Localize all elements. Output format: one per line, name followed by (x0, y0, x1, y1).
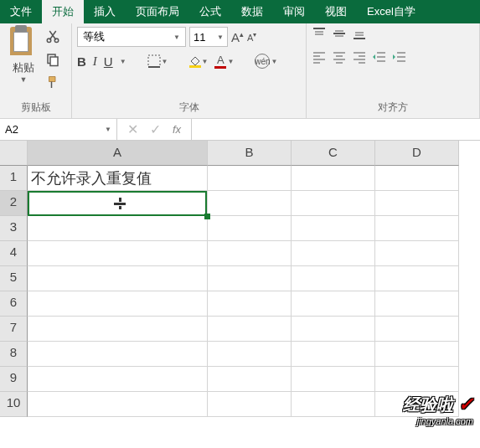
underline-button[interactable]: U (104, 54, 113, 69)
cell-d5[interactable] (375, 266, 459, 291)
cell-c2[interactable] (292, 191, 375, 216)
cell-a8[interactable] (28, 342, 208, 367)
col-header-d[interactable]: D (375, 141, 459, 166)
cell-c9[interactable] (292, 367, 375, 392)
font-size-combo[interactable]: 11 ▼ (189, 27, 228, 47)
cell-b6[interactable] (208, 291, 292, 317)
tab-file[interactable]: 文件 (0, 0, 42, 23)
cell-c10[interactable] (292, 392, 375, 417)
cell-d2[interactable] (375, 191, 459, 216)
row-header-1[interactable]: 1 (0, 166, 28, 191)
tab-page-layout[interactable]: 页面布局 (126, 0, 189, 23)
copy-button[interactable] (45, 52, 60, 70)
col-header-c[interactable]: C (292, 141, 375, 166)
col-header-a[interactable]: A (28, 141, 208, 166)
cell-c6[interactable] (292, 291, 375, 317)
watermark: 经验啦 ✓ jingyanla.com (403, 394, 473, 426)
font-name-combo[interactable]: 等线 ▼ (77, 27, 186, 47)
paste-button[interactable]: 粘贴 ▼ (5, 27, 42, 84)
row-header-7[interactable]: 7 (0, 317, 28, 342)
row-header-2[interactable]: 2 (0, 191, 28, 216)
borders-button[interactable]: ▼ (147, 54, 168, 68)
cell-b5[interactable] (208, 266, 292, 291)
cell-d7[interactable] (375, 317, 459, 342)
format-painter-button[interactable] (45, 75, 60, 94)
paint-bucket-icon (189, 55, 201, 65)
align-middle-button[interactable] (332, 27, 347, 44)
tab-review[interactable]: 审阅 (273, 0, 315, 23)
confirm-icon[interactable]: ✓ (150, 121, 161, 137)
cell-d4[interactable] (375, 241, 459, 266)
decrease-font-button[interactable]: A▾ (247, 31, 256, 43)
align-left-icon (312, 50, 327, 64)
phonetic-button[interactable]: wén ▼ (255, 54, 277, 69)
cell-a1[interactable]: 不允许录入重复值 (28, 166, 208, 191)
cell-d6[interactable] (375, 291, 459, 317)
cell-b7[interactable] (208, 317, 292, 342)
bold-button[interactable]: B (77, 54, 86, 69)
formula-input[interactable] (192, 119, 480, 140)
increase-indent-button[interactable] (392, 50, 407, 67)
cut-button[interactable] (45, 28, 60, 47)
cell-a10[interactable] (28, 392, 208, 417)
cell-b9[interactable] (208, 367, 292, 392)
cell-a6[interactable] (28, 291, 208, 317)
cell-c7[interactable] (292, 317, 375, 342)
tab-insert[interactable]: 插入 (84, 0, 126, 23)
name-box[interactable]: A2 ▼ (0, 119, 117, 140)
cancel-icon[interactable]: ✕ (127, 121, 138, 137)
cell-a7[interactable] (28, 317, 208, 342)
cell-c3[interactable] (292, 216, 375, 241)
align-left-button[interactable] (312, 50, 327, 67)
align-bottom-button[interactable] (352, 27, 367, 44)
cell-b4[interactable] (208, 241, 292, 266)
select-all-corner[interactable] (0, 141, 28, 166)
cell-c5[interactable] (292, 266, 375, 291)
tab-view[interactable]: 视图 (315, 0, 357, 23)
cell-a5[interactable] (28, 266, 208, 291)
align-right-button[interactable] (352, 50, 367, 67)
worksheet-grid: 1 2 3 4 5 6 7 8 9 10 A B C D 不允许录入重复值 (0, 141, 480, 417)
fill-handle[interactable] (204, 214, 210, 219)
decrease-indent-icon (372, 50, 387, 64)
row-header-6[interactable]: 6 (0, 291, 28, 317)
tab-formula[interactable]: 公式 (189, 0, 231, 23)
tab-data[interactable]: 数据 (231, 0, 273, 23)
svg-rect-3 (50, 57, 58, 66)
fill-color-button[interactable]: ▼ (189, 55, 209, 68)
fx-button[interactable]: fx (173, 123, 181, 136)
row-header-9[interactable]: 9 (0, 367, 28, 392)
row-header-8[interactable]: 8 (0, 342, 28, 367)
cell-b3[interactable] (208, 216, 292, 241)
cell-a4[interactable] (28, 241, 208, 266)
row-header-10[interactable]: 10 (0, 392, 28, 417)
cell-d3[interactable] (375, 216, 459, 241)
col-header-b[interactable]: B (208, 141, 292, 166)
row-header-3[interactable]: 3 (0, 216, 28, 241)
font-color-button[interactable]: A ▼ (214, 54, 234, 69)
decrease-indent-button[interactable] (372, 50, 387, 67)
increase-font-button[interactable]: A▴ (231, 30, 244, 44)
cell-c1[interactable] (292, 166, 375, 191)
cell-c4[interactable] (292, 241, 375, 266)
italic-button[interactable]: I (93, 54, 97, 69)
tab-custom[interactable]: Excel自学 (357, 0, 426, 23)
cell-d9[interactable] (375, 367, 459, 392)
cell-d1[interactable] (375, 166, 459, 191)
cell-b2[interactable] (208, 191, 292, 216)
align-top-button[interactable] (312, 27, 327, 44)
cell-d8[interactable] (375, 342, 459, 367)
cell-a3[interactable] (28, 216, 208, 241)
cell-b8[interactable] (208, 342, 292, 367)
cell-b1[interactable] (208, 166, 292, 191)
tab-home[interactable]: 开始 (42, 0, 84, 23)
ribbon-tabs: 文件 开始 插入 页面布局 公式 数据 审阅 视图 Excel自学 (0, 0, 480, 23)
watermark-url: jingyanla.com (403, 416, 473, 426)
align-center-button[interactable] (332, 50, 347, 67)
cell-a9[interactable] (28, 367, 208, 392)
cell-c8[interactable] (292, 342, 375, 367)
row-header-4[interactable]: 4 (0, 241, 28, 266)
align-right-icon (352, 50, 367, 64)
row-header-5[interactable]: 5 (0, 266, 28, 291)
cell-b10[interactable] (208, 392, 292, 417)
